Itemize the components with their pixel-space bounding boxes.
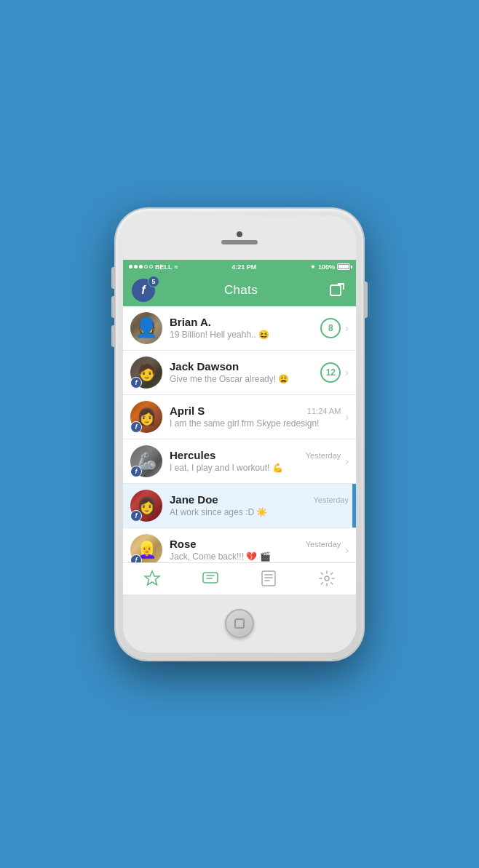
chat-preview-brian: 19 Billion! Hell yeahh.. 😆 (170, 330, 316, 340)
avatar-wrap-brian: 🧔 (130, 312, 162, 344)
settings-icon (318, 570, 336, 587)
camera (237, 231, 242, 237)
chevron-hercules: › (345, 455, 349, 467)
top-bezel (123, 216, 356, 260)
battery-icon (337, 263, 350, 270)
chat-content-april: April S 11:24 AM I am the same girl frm … (170, 405, 341, 429)
chat-preview-april: I am the same girl frm Skype redesign! (170, 418, 341, 429)
status-left: BELL ≈ (129, 263, 178, 271)
chat-name-april: April S (170, 405, 205, 417)
signal-dot-2 (134, 265, 138, 268)
bottom-bezel (123, 594, 356, 653)
chat-time-april: 11:24 AM (307, 407, 341, 415)
chat-preview-jack: Give me the Oscar already! 😩 (170, 374, 316, 384)
svg-rect-0 (330, 285, 341, 295)
tab-chats[interactable] (181, 563, 239, 594)
chat-preview-jane: At work since ages :D ☀️ (170, 507, 349, 517)
chat-name-rose: Rose (170, 538, 197, 550)
home-square-icon (234, 618, 245, 629)
time-label: 4:21 PM (231, 263, 256, 271)
avatar-wrap-hercules: 🦾 f (130, 445, 162, 477)
chat-time-jane: Yesterday (313, 495, 349, 504)
tab-settings[interactable] (298, 563, 356, 594)
battery-fill (339, 265, 349, 268)
chat-item-hercules[interactable]: 🦾 f Hercules Yesterday I eat, I play and… (123, 439, 356, 484)
chat-header-row-brian: Brian A. (170, 316, 316, 328)
battery-label: 100% (318, 263, 335, 271)
chevron-rose: › (345, 544, 349, 556)
chat-content-rose: Rose Yesterday Jack, Come back!!! 💔 🎬 (170, 538, 341, 562)
bluetooth-icon: ✴ (310, 263, 316, 271)
status-bar: BELL ≈ 4:21 PM ✴ 100% (123, 260, 356, 274)
chat-right-april: › (345, 411, 349, 423)
chat-header-row-rose: Rose Yesterday (170, 538, 341, 550)
chat-name-hercules: Hercules (170, 449, 215, 461)
fb-badge-hercules: f (130, 466, 142, 477)
signal-dot-1 (129, 265, 132, 268)
avatar-wrap-april: 👩 f (130, 401, 162, 433)
chat-item-brian[interactable]: 🧔 Brian A. 19 Billion! Hell yeahh.. 😆 8 … (123, 306, 356, 351)
svg-marker-1 (145, 571, 159, 585)
chevron-jack: › (345, 367, 349, 378)
chat-header-row-april: April S 11:24 AM (170, 405, 341, 417)
home-button[interactable] (225, 609, 254, 638)
avatar-wrap-rose: 👱‍♀️ f (130, 534, 162, 562)
chat-content-jane: Jane Doe Yesterday At work since ages :D… (170, 493, 349, 517)
chat-item-rose[interactable]: 👱‍♀️ f Rose Yesterday Jack, Come back!!!… (123, 528, 356, 562)
chat-preview-hercules: I eat, I play and I workout! 💪 (170, 463, 341, 473)
phone-body: BELL ≈ 4:21 PM ✴ 100% f 5 Chats (123, 216, 356, 653)
wifi-icon: ≈ (175, 263, 178, 271)
chat-right-jack: 12 › (320, 362, 349, 383)
notification-badge: 5 (148, 276, 159, 287)
chat-header-row-hercules: Hercules Yesterday (170, 449, 341, 461)
fb-badge-jane: f (130, 510, 142, 522)
chat-item-jack[interactable]: 🧑 f Jack Dawson Give me the Oscar alread… (123, 351, 356, 395)
tab-bar (123, 562, 356, 594)
chat-right-rose: › (345, 544, 349, 556)
signal-dot-3 (139, 265, 143, 268)
signal-dots (129, 265, 153, 268)
unread-badge-jack: 12 (320, 362, 341, 383)
chat-list: 🧔 Brian A. 19 Billion! Hell yeahh.. 😆 8 … (123, 306, 356, 562)
chat-item-jane[interactable]: 👩 f Jane Doe Yesterday At work since age… (123, 484, 356, 528)
carrier-label: BELL (155, 263, 173, 271)
favorites-icon (143, 570, 161, 587)
compose-button[interactable] (327, 280, 347, 300)
contacts-icon (260, 570, 277, 587)
chat-content-jack: Jack Dawson Give me the Oscar already! 😩 (170, 360, 316, 384)
speaker (221, 240, 258, 244)
chat-time-hercules: Yesterday (306, 451, 341, 460)
chat-preview-rose: Jack, Come back!!! 💔 🎬 (170, 552, 341, 562)
avatar-wrap-jack: 🧑 f (130, 357, 162, 389)
avatar-brian: 🧔 (130, 312, 162, 344)
tab-contacts[interactable] (239, 563, 298, 594)
chevron-april: › (345, 411, 349, 423)
signal-dot-4 (144, 265, 148, 268)
chat-name-jane: Jane Doe (170, 493, 218, 506)
chats-tab-icon (202, 570, 219, 587)
header-left: f 5 (132, 279, 155, 302)
svg-rect-2 (203, 573, 218, 583)
svg-rect-3 (262, 571, 275, 586)
screen: BELL ≈ 4:21 PM ✴ 100% f 5 Chats (123, 260, 356, 594)
chat-header-row-jane: Jane Doe Yesterday (170, 493, 349, 506)
compose-icon (329, 282, 345, 298)
chat-header-row-jack: Jack Dawson (170, 360, 316, 373)
status-right: ✴ 100% (310, 263, 350, 271)
chat-name-brian: Brian A. (170, 316, 211, 328)
app-header: f 5 Chats (123, 274, 356, 306)
chat-name-jack: Jack Dawson (170, 360, 239, 373)
chat-item-april[interactable]: 👩 f April S 11:24 AM I am the same girl … (123, 395, 356, 439)
active-indicator-jane (352, 484, 356, 527)
svg-point-4 (325, 576, 329, 581)
phone-frame: BELL ≈ 4:21 PM ✴ 100% f 5 Chats (116, 209, 363, 660)
chat-right-hercules: › (345, 455, 349, 467)
fb-badge-april: f (130, 421, 142, 433)
chevron-brian: › (345, 322, 349, 334)
unread-badge-brian: 8 (320, 318, 341, 338)
fb-badge-jack: f (130, 377, 142, 389)
chat-right-brian: 8 › (320, 318, 349, 338)
tab-favorites[interactable] (123, 563, 181, 594)
header-title: Chats (224, 283, 258, 298)
avatar-wrap-jane: 👩 f (130, 490, 162, 522)
